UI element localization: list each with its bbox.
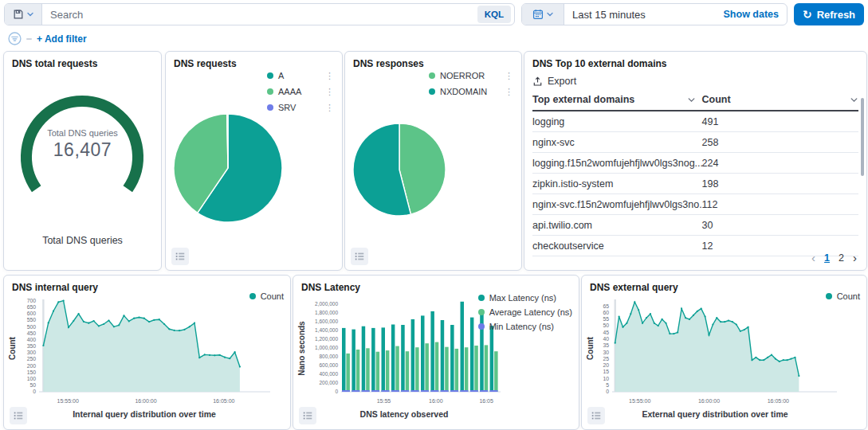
dns-requests-pie-chart[interactable] [172, 112, 284, 227]
svg-text:400,000: 400,000 [320, 371, 339, 377]
list-icon [175, 251, 186, 262]
filter-icon[interactable] [8, 32, 22, 45]
legend-item-noerror[interactable]: NOERROR⋮ [429, 71, 513, 80]
list-icon [302, 410, 313, 421]
legend-item-menu-icon[interactable]: ⋮ [325, 104, 334, 112]
time-range-value[interactable]: Last 15 minutes [564, 9, 716, 21]
legend-dot-icon [267, 88, 273, 95]
legend-label: Average Latency (ns) [489, 307, 572, 317]
svg-text:40: 40 [603, 336, 609, 342]
external-query-area-chart[interactable]: 0510152025303540455055606515:55:0016:00:… [593, 295, 866, 411]
column-header-count[interactable]: Count [702, 94, 859, 105]
column-header-top-external-domains[interactable]: Top external domains [532, 94, 702, 105]
svg-text:400: 400 [27, 337, 37, 342]
legend-toggle-button[interactable] [10, 407, 27, 424]
legend-toggle-button[interactable] [351, 248, 368, 265]
pagination-next-icon[interactable]: › [853, 252, 857, 264]
export-button[interactable]: Export [532, 76, 588, 87]
legend-item-menu-icon[interactable]: ⋮ [325, 72, 334, 80]
legend-dot-icon [826, 293, 832, 299]
svg-text:650: 650 [27, 304, 37, 310]
panel-dns-top-external-domains: DNS Top 10 external domains Export Top e… [524, 51, 867, 271]
svg-text:700: 700 [27, 298, 37, 303]
svg-text:15: 15 [603, 369, 609, 374]
legend-item-max-latency-ns-[interactable]: Max Latency (ns) [478, 293, 572, 303]
legend-item-menu-icon[interactable]: ⋮ [325, 88, 334, 96]
legend-dot-icon [478, 295, 485, 301]
cell-count: 30 [702, 220, 859, 231]
cell-domain: logging.f15n2womfujehfjlwv0lgs3nog.... [532, 158, 702, 169]
legend-dot-icon [478, 323, 485, 330]
svg-text:1,800,000: 1,800,000 [315, 310, 338, 315]
svg-text:800,000: 800,000 [320, 354, 339, 359]
svg-text:1,000,000: 1,000,000 [315, 345, 338, 350]
panel-title: DNS external query [590, 282, 858, 293]
list-icon [591, 410, 602, 421]
panel-dns-latency: DNS Latency Max Latency (ns)Average Late… [293, 275, 579, 430]
legend-dot-icon [267, 72, 273, 79]
legend-item-menu-icon[interactable]: ⋮ [505, 72, 513, 80]
search-input[interactable] [42, 9, 474, 21]
pagination-prev-icon[interactable]: ‹ [811, 252, 815, 264]
export-icon [532, 76, 543, 87]
legend-item-srv[interactable]: SRV⋮ [267, 103, 334, 112]
svg-text:250: 250 [27, 356, 37, 362]
svg-text:16:05:00: 16:05:00 [213, 398, 234, 404]
svg-text:100: 100 [27, 376, 37, 381]
saved-query-menu-button[interactable] [5, 4, 42, 25]
kql-language-button[interactable]: KQL [477, 6, 511, 23]
legend-item-average-latency-ns-[interactable]: Average Latency (ns) [478, 307, 572, 317]
table-row: nginx-svc258 [532, 132, 858, 153]
show-dates-button[interactable]: Show dates [716, 9, 787, 20]
refresh-icon: ↻ [803, 9, 812, 20]
svg-text:55: 55 [603, 316, 609, 322]
legend-item-a[interactable]: A⋮ [267, 71, 334, 80]
internal-query-area-chart[interactable]: 0501001502002503003504004505005506006507… [15, 295, 290, 411]
table-row: api.twilio.com30 [532, 215, 858, 236]
total-dns-queries-gauge[interactable] [10, 95, 154, 209]
legend-item-count[interactable]: Count [826, 291, 860, 301]
panel-title: DNS total requests [12, 58, 153, 69]
svg-text:2,000,000: 2,000,000 [315, 301, 338, 307]
legend-dot-icon [478, 309, 485, 315]
svg-text:50: 50 [603, 322, 609, 328]
legend-label: NXDOMAIN [440, 87, 493, 96]
chevron-down-icon [26, 10, 34, 18]
pagination-page-1[interactable]: 1 [824, 252, 830, 264]
panel-dns-requests: DNS requests A⋮AAAA⋮SRV⋮ [165, 51, 343, 271]
dns-responses-pie-chart[interactable] [352, 122, 447, 221]
sort-chevron-icon [850, 96, 858, 104]
y-axis-title: Count [586, 320, 595, 377]
filter-bar: + Add filter [8, 32, 87, 45]
pagination-page-2[interactable]: 2 [839, 252, 844, 264]
legend-item-nxdomain[interactable]: NXDOMAIN⋮ [429, 87, 513, 96]
svg-text:500: 500 [27, 324, 37, 330]
chart-legend: A⋮AAAA⋮SRV⋮ [267, 71, 334, 112]
legend-toggle-button[interactable] [299, 407, 316, 424]
y-axis-title: Nano seconds [297, 320, 306, 377]
legend-item-count[interactable]: Count [249, 291, 284, 301]
svg-text:16:05:00: 16:05:00 [768, 398, 789, 404]
svg-text:1,400,000: 1,400,000 [315, 327, 338, 333]
legend-toggle-button[interactable] [587, 407, 605, 424]
search-bar: KQL [4, 3, 515, 25]
date-quick-menu-button[interactable] [522, 4, 564, 25]
legend-item-min-latency-ns-[interactable]: Min Latency (ns) [478, 322, 572, 331]
svg-text:0: 0 [33, 389, 36, 394]
add-filter-button[interactable]: + Add filter [37, 33, 87, 45]
legend-item-aaaa[interactable]: AAAA⋮ [267, 87, 334, 96]
table-row: nginx-svc.f15n2womfujehfjlwv0lgs3no...11… [532, 194, 858, 215]
legend-label: Min Latency (ns) [489, 322, 572, 331]
legend-item-menu-icon[interactable]: ⋮ [505, 88, 513, 96]
svg-text:300: 300 [27, 350, 37, 355]
y-axis-title: Count [8, 320, 17, 377]
list-icon [354, 251, 365, 262]
legend-label: AAAA [278, 87, 314, 96]
table-scrollbar[interactable] [861, 98, 864, 176]
legend-toggle-button[interactable] [171, 248, 189, 265]
cell-domain: api.twilio.com [532, 220, 702, 231]
refresh-button[interactable]: ↻ Refresh [794, 3, 864, 25]
panel-title: DNS Latency [301, 282, 571, 293]
legend-dot-icon [429, 72, 435, 79]
cell-count: 198 [702, 178, 859, 190]
